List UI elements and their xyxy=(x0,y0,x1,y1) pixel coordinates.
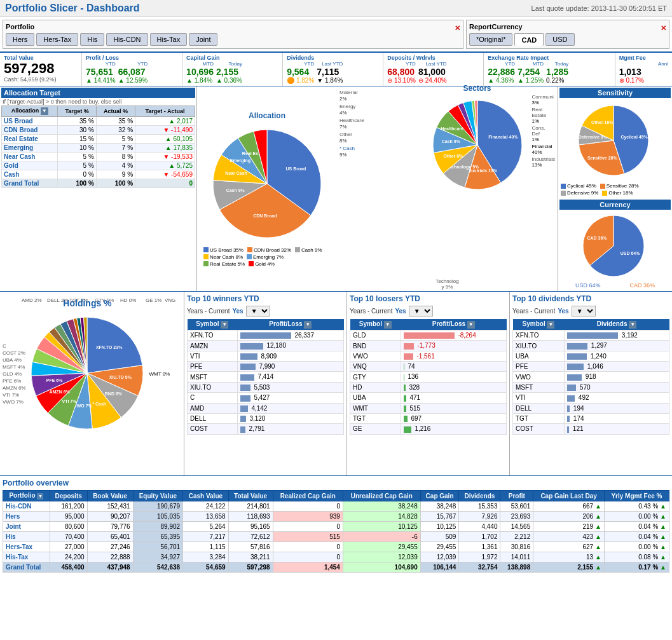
table-row: COST 2,791 xyxy=(188,424,344,434)
overview-title: Portfolio overview xyxy=(3,479,669,487)
dividends-filter: Years - Current Yes ▼ xyxy=(512,306,669,317)
holdings-section: AMD 2% DELL 2% TGT 2% GTY 1% HD 0% GE 1%… xyxy=(0,292,672,476)
stat-capital-gain: Capital Gain MTD 10,696 ▲ 1.84% Today 2,… xyxy=(182,53,283,86)
sectors-title: Sectors xyxy=(427,84,528,93)
svg-text:XIU.TO 9%: XIU.TO 9% xyxy=(109,375,132,379)
sectors-container: Material2% Energy4% Healthcare7% Other8%… xyxy=(337,86,558,291)
stat-deposits: Deposits / Wdrvls YTD 68,800 ⊖ 13.10% La… xyxy=(383,53,484,86)
overview-col-realcap: Realized Cap Gain xyxy=(273,491,343,501)
alloc-col-name: Allocation ▼ xyxy=(2,106,58,117)
table-row: TGT 697 xyxy=(350,413,507,423)
currency-close[interactable]: ✕ xyxy=(661,24,666,32)
capital-gain-label: Capital Gain xyxy=(186,55,278,61)
table-row: VTI 8,909 xyxy=(188,351,344,361)
currency-title: Currency xyxy=(559,200,671,210)
alloc-row: US Broad 35 % 35 % ▲ 2,017 xyxy=(2,117,195,126)
overview-col-dividends: Dividends xyxy=(459,491,500,501)
currency-tab-cad[interactable]: CAD xyxy=(514,33,544,46)
svg-text:Cash 9%: Cash 9% xyxy=(441,139,460,144)
dividends-col-val: Dividends ▼ xyxy=(565,319,669,330)
overview-col-profit: Profit xyxy=(500,491,533,501)
alloc-row: CDN Broad 30 % 32 % ▼ -11,490 xyxy=(2,126,195,135)
currency-tab-original[interactable]: *Original* xyxy=(469,33,512,46)
overview-table: Portfolio ▼ Deposits Book Value Equity V… xyxy=(3,490,669,573)
table-row: AMZN 12,180 xyxy=(188,341,344,351)
deposits-lastytd: 81,000 xyxy=(418,67,447,77)
portfolio-label: Portfolio xyxy=(6,23,34,31)
currency-tab-usd[interactable]: USD xyxy=(545,33,574,46)
allocation-panel: Allocation Target If [Target-Actual] > 0… xyxy=(0,86,197,291)
overview-row: His-Tax 24,200 22,888 34,927 3,284 38,21… xyxy=(3,552,669,562)
svg-text:Cyclical 45%: Cyclical 45% xyxy=(621,135,648,140)
holdings-chart: AMD 2% DELL 2% TGT 2% GTY 1% HD 0% GE 1%… xyxy=(0,292,184,475)
loosers-filter: Years - Current Yes ▼ xyxy=(350,306,507,317)
overview-col-mgmtfee: Yrly Mgmt Fee % xyxy=(604,491,669,501)
profit-mtd-label: YTD xyxy=(118,61,148,67)
profit-mtd: 66,087 xyxy=(118,67,148,77)
loosers-filter-dropdown[interactable]: ▼ xyxy=(409,306,433,317)
portfolio-tab-hers[interactable]: Hers xyxy=(6,33,34,46)
svg-text:Sensitive 28%: Sensitive 28% xyxy=(587,156,617,160)
svg-text:US Broad: US Broad xyxy=(285,166,306,170)
allocation-title: Allocation Target xyxy=(1,88,195,98)
table-row: DELL 194 xyxy=(513,403,669,413)
portfolio-tab-his[interactable]: His xyxy=(80,33,104,46)
overview-col-totalval: Total Value xyxy=(228,491,273,501)
exchange-ytd: 22,886 xyxy=(488,67,515,77)
portfolio-close[interactable]: ✕ xyxy=(455,24,460,32)
dividends-col-symbol: Symbol ▼ xyxy=(513,319,565,330)
stats-row: Total Value 597,298 Cash: 54,659 (9.2%) … xyxy=(0,53,672,86)
portfolio-tab-hers-tax[interactable]: Hers-Tax xyxy=(36,33,78,46)
table-row: XIU.TO 5,503 xyxy=(188,382,344,392)
dividends-filter-dropdown[interactable]: ▼ xyxy=(572,306,596,317)
total-value-sub: Cash: 54,659 (9.2%) xyxy=(4,76,78,83)
winners-filter-dropdown[interactable]: ▼ xyxy=(246,306,270,317)
winners-filter: Years - Current Yes ▼ xyxy=(187,306,344,317)
dividends-panel: Top 10 dividends YTD Years - Current Yes… xyxy=(510,292,672,475)
winners-title: Top 10 winners YTD xyxy=(187,294,344,303)
profit-ytd-pct: ▲ 14.41% xyxy=(86,77,116,84)
portfolio-tab-joint[interactable]: Joint xyxy=(189,33,217,46)
table-row: COST 121 xyxy=(513,424,669,434)
svg-text:BND 8%: BND 8% xyxy=(105,391,123,396)
currency-pie-chart: USD 64%CAD 36% xyxy=(559,211,668,281)
svg-text:CAD 36%: CAD 36% xyxy=(587,236,607,240)
portfolio-tab-his-tax[interactable]: His-Tax xyxy=(150,33,188,46)
svg-text:CDN Broad: CDN Broad xyxy=(253,213,277,217)
dividends-title: Top 10 dividends YTD xyxy=(512,294,669,303)
alloc-row: Gold 5 % 4 % ▲ 5,725 xyxy=(2,161,195,170)
app-title: Portfolio Slicer - Dashboard xyxy=(5,3,140,14)
overview-col-deposits: Deposits xyxy=(50,491,87,501)
table-row: UBA 471 xyxy=(350,393,507,403)
table-row: HD 328 xyxy=(350,382,507,392)
alloc-col-actual: Actual % xyxy=(96,106,135,117)
svg-text:VWO 7%: VWO 7% xyxy=(74,404,93,408)
svg-text:AMZN 6%: AMZN 6% xyxy=(50,390,71,394)
sectors-pie-chart: Financial 40%Industrials 13%Technology 9… xyxy=(427,94,528,196)
dividends-lastytd: 7,115 xyxy=(317,67,343,77)
svg-text:Financial 40%: Financial 40% xyxy=(488,135,518,139)
alloc-row: Cash 0 % 9 % ▼ -54,659 xyxy=(2,170,195,179)
mgmt-fee-annl: 1,013 xyxy=(619,67,668,77)
stat-total-value: Total Value 597,298 Cash: 54,659 (9.2%) xyxy=(0,53,82,86)
overview-row: Joint 80,600 79,776 89,902 5,264 95,165 … xyxy=(3,522,669,532)
table-row: BND -1,773 xyxy=(350,341,507,351)
winners-table: Symbol ▼ Profit/Loss ▼ XFN.TO 26,337 AMZ… xyxy=(187,319,344,435)
sensitivity-pie-chart: Cyclical 45%Sensitive 28%Defensive 9%Oth… xyxy=(559,99,668,182)
alloc-col-diff: Target - Actual xyxy=(135,106,195,117)
table-row: WMT 515 xyxy=(350,403,507,413)
holdings-pie-chart: XFN.TO 23%XIU.TO 9%BND 8%* CashVWO 7%VTI… xyxy=(27,310,147,437)
stat-profit-loss: Profit / Loss YTD 75,651 ▲ 14.41% YTD 66… xyxy=(82,53,182,86)
svg-text:PFE 6%: PFE 6% xyxy=(46,378,63,383)
currency-box: ReportCurrency ✕ *Original*CADUSD xyxy=(466,20,669,49)
allocation-pie-container: Allocation US BroadCDN BroadCash 9%Near … xyxy=(197,86,337,291)
profit-mtd-pct: ▲ 12.59% xyxy=(118,77,148,84)
stat-exchange-rate: Exchange Rate Impact YTD 22,886 ▲ 4.36% … xyxy=(484,53,615,86)
stat-mgmt-fee: Mgmt Fee Annl 1,013 ⊗ 0.17% xyxy=(615,53,672,86)
svg-text:Other 18%: Other 18% xyxy=(591,120,614,125)
sensitivity-title: Sensitivity xyxy=(559,88,671,98)
svg-text:Near Cash: Near Cash xyxy=(225,171,247,175)
capital-gain-mtd: 10,696 xyxy=(186,67,214,77)
top-section: Portfolio ✕ HersHers-TaxHisHis-CDNHis-Ta… xyxy=(0,17,672,53)
portfolio-tab-his-cdn[interactable]: His-CDN xyxy=(106,33,147,46)
